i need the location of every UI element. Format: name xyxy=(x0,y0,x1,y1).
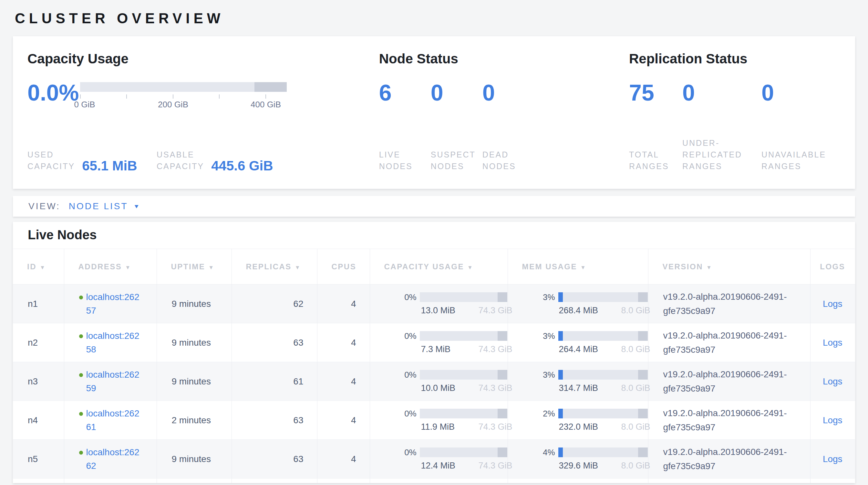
view-selector-bar: VIEW: NODE LIST ▼ xyxy=(13,196,855,217)
live-status-dot xyxy=(79,451,83,455)
axis-label-0: 0 GiB xyxy=(74,99,95,110)
node-cpus: 4 xyxy=(317,285,370,323)
mem-mini-bar xyxy=(558,409,648,419)
node-version: v19.2.0-alpha.20190606-2491-gfe735c9a97 xyxy=(663,406,809,434)
node-cpus: 4 xyxy=(317,362,370,401)
node-replicas: 63 xyxy=(231,440,317,479)
node-address-link[interactable]: localhost:26261 xyxy=(86,407,140,434)
mem-mini-bar xyxy=(558,448,648,457)
usable-capacity-label: USABLE CAPACITY xyxy=(157,149,204,172)
table-row-n5: n5 localhost:26262 9 minutes 63 4 0% 12.… xyxy=(13,440,855,479)
node-address-link[interactable]: localhost:26257 xyxy=(86,290,140,317)
node-address-link[interactable]: localhost:26262 xyxy=(86,446,140,473)
total-ranges-count: 75 xyxy=(629,82,682,104)
node-replicas: 62 xyxy=(231,285,317,323)
cluster-overview-page: CLUSTER OVERVIEW Capacity Usage 0.0% xyxy=(0,0,868,483)
capacity-usage-cell: 0% 13.0 MiB74.3 GiB xyxy=(385,292,507,316)
node-status-section: Node Status 6 0 0 LIVE NODES SUSPECT NOD… xyxy=(379,51,629,174)
capacity-usage-cell: 0% 7.3 MiB74.3 GiB xyxy=(385,331,507,354)
page-title: CLUSTER OVERVIEW xyxy=(15,10,855,27)
mem-usage-cell: 3% 268.4 MiB8.0 GiB xyxy=(523,292,648,316)
logs-link[interactable]: Logs xyxy=(823,338,842,348)
live-status-dot xyxy=(79,295,83,299)
column-header-id[interactable]: ID▼ xyxy=(13,249,64,285)
node-replicas: 63 xyxy=(231,323,317,362)
sort-icon: ▼ xyxy=(580,264,586,270)
mem-mini-bar xyxy=(558,331,648,341)
table-row-n2: n2 localhost:26258 9 minutes 63 4 0% 7.3… xyxy=(13,323,855,362)
usable-capacity-value: 445.6 GiB xyxy=(211,160,273,172)
usable-capacity-stat: USABLE CAPACITY 445.6 GiB xyxy=(157,149,273,172)
node-version: v19.2.0-alpha.20190606-2491-gfe735c9a97 xyxy=(663,290,809,318)
sort-icon: ▼ xyxy=(295,264,301,270)
mem-usage-cell: 3% 264.4 MiB8.0 GiB xyxy=(523,331,648,354)
sort-icon: ▼ xyxy=(706,264,712,270)
live-nodes-card: Live Nodes ID▼ ADDRESS▼ UPTIME▼ REPLICAS… xyxy=(13,222,855,483)
cluster-summary-card: Capacity Usage 0.0% 0 GiB 200 GiB xyxy=(13,36,855,189)
column-header-version[interactable]: VERSION▼ xyxy=(648,249,810,285)
table-row-partial xyxy=(13,479,855,483)
replication-status-section: Replication Status 75 0 0 TOTAL RANGES U… xyxy=(629,51,841,174)
mem-mini-bar xyxy=(558,370,648,379)
unavailable-ranges-label: UNAVAILABLE RANGES xyxy=(762,149,841,172)
dead-nodes-label: DEAD NODES xyxy=(483,149,534,172)
table-header-row: ID▼ ADDRESS▼ UPTIME▼ REPLICAS▼ CPUS CAPA… xyxy=(13,249,855,285)
node-version: v19.2.0-alpha.20190606-2491-gfe735c9a97 xyxy=(663,445,809,473)
total-ranges-label: TOTAL RANGES xyxy=(629,149,682,172)
table-row-n1: n1 localhost:26257 9 minutes 62 4 0% 13.… xyxy=(13,285,855,323)
view-dropdown[interactable]: NODE LIST ▼ xyxy=(69,201,141,211)
node-uptime: 9 minutes xyxy=(157,362,231,401)
sort-icon: ▼ xyxy=(40,264,46,270)
sort-icon: ▼ xyxy=(467,264,473,270)
capacity-usage-cell: 0% 12.4 MiB74.3 GiB xyxy=(385,448,507,471)
column-header-logs: LOGS xyxy=(810,249,855,285)
live-nodes-count: 6 xyxy=(379,82,431,104)
capacity-mini-bar xyxy=(420,409,507,419)
logs-link[interactable]: Logs xyxy=(823,454,842,464)
node-cpus: 4 xyxy=(317,401,370,440)
mem-mini-bar xyxy=(558,292,648,302)
column-header-cpus: CPUS xyxy=(317,249,370,285)
node-id: n3 xyxy=(13,362,64,401)
node-address-link[interactable]: localhost:26259 xyxy=(86,368,140,395)
live-status-dot xyxy=(79,373,83,377)
node-uptime: 9 minutes xyxy=(157,285,231,323)
node-id: n2 xyxy=(13,323,64,362)
unavailable-ranges-count: 0 xyxy=(762,82,841,104)
table-row-n4: n4 localhost:26261 2 minutes 63 4 0% 11.… xyxy=(13,401,855,440)
node-version: v19.2.0-alpha.20190606-2491-gfe735c9a97 xyxy=(663,329,809,357)
logs-link[interactable]: Logs xyxy=(823,299,842,309)
column-header-replicas[interactable]: REPLICAS▼ xyxy=(231,249,317,285)
capacity-usage-cell: 0% 10.0 MiB74.3 GiB xyxy=(385,370,507,393)
mem-usage-cell: 2% 232.0 MiB8.0 GiB xyxy=(523,409,648,432)
capacity-mini-bar xyxy=(420,370,507,379)
suspect-nodes-label: SUSPECT NODES xyxy=(431,149,483,172)
dead-nodes-count: 0 xyxy=(483,82,534,104)
table-row-n3: n3 localhost:26259 9 minutes 61 4 0% 10.… xyxy=(13,362,855,401)
node-cpus: 4 xyxy=(317,440,370,479)
live-status-dot xyxy=(79,412,83,416)
live-nodes-table: ID▼ ADDRESS▼ UPTIME▼ REPLICAS▼ CPUS CAPA… xyxy=(13,249,855,483)
used-capacity-value: 65.1 MiB xyxy=(82,160,137,172)
node-id: n4 xyxy=(13,401,64,440)
capacity-bar xyxy=(80,82,287,92)
logs-link[interactable]: Logs xyxy=(823,376,842,387)
node-status-title: Node Status xyxy=(379,51,629,66)
logs-link[interactable]: Logs xyxy=(823,415,842,425)
node-uptime: 2 minutes xyxy=(157,401,231,440)
under-replicated-ranges-count: 0 xyxy=(682,82,762,104)
column-header-mem-usage[interactable]: MEM USAGE▼ xyxy=(507,249,648,285)
under-replicated-ranges-label: UNDER- REPLICATED RANGES xyxy=(682,137,762,172)
live-status-dot xyxy=(79,334,83,338)
sort-icon: ▼ xyxy=(208,264,214,270)
column-header-uptime[interactable]: UPTIME▼ xyxy=(157,249,231,285)
capacity-percent-value: 0.0% xyxy=(27,82,80,110)
node-address-link[interactable]: localhost:26258 xyxy=(86,329,140,356)
capacity-mini-bar xyxy=(420,331,507,341)
capacity-usage-cell: 0% 11.9 MiB74.3 GiB xyxy=(385,409,507,432)
capacity-bar-chart: 0 GiB 200 GiB 400 GiB xyxy=(80,82,287,110)
capacity-usage-section: Capacity Usage 0.0% 0 GiB 200 GiB xyxy=(27,51,379,174)
column-header-address[interactable]: ADDRESS▼ xyxy=(64,249,157,285)
capacity-usage-title: Capacity Usage xyxy=(27,51,379,66)
column-header-capacity-usage[interactable]: CAPACITY USAGE▼ xyxy=(370,249,507,285)
